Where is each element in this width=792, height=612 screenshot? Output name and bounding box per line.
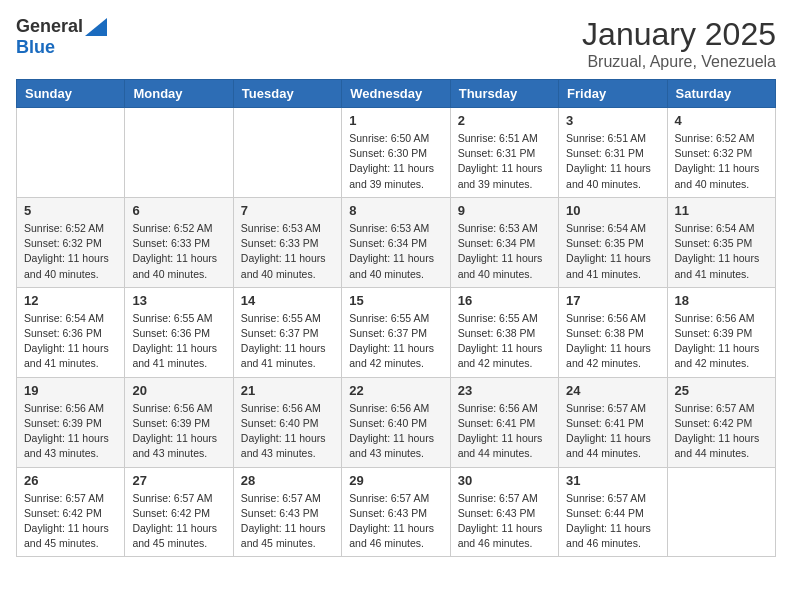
day-info: Sunrise: 6:56 AMSunset: 6:39 PMDaylight:… [24,401,117,462]
day-number: 30 [458,473,551,488]
day-number: 29 [349,473,442,488]
day-number: 27 [132,473,225,488]
day-info: Sunrise: 6:51 AMSunset: 6:31 PMDaylight:… [458,131,551,192]
day-info: Sunrise: 6:52 AMSunset: 6:32 PMDaylight:… [675,131,768,192]
day-number: 7 [241,203,334,218]
calendar-week-row: 26Sunrise: 6:57 AMSunset: 6:42 PMDayligh… [17,467,776,557]
calendar-cell [125,108,233,198]
calendar-cell: 29Sunrise: 6:57 AMSunset: 6:43 PMDayligh… [342,467,450,557]
calendar-cell: 11Sunrise: 6:54 AMSunset: 6:35 PMDayligh… [667,197,775,287]
day-number: 18 [675,293,768,308]
calendar-cell: 6Sunrise: 6:52 AMSunset: 6:33 PMDaylight… [125,197,233,287]
day-info: Sunrise: 6:52 AMSunset: 6:33 PMDaylight:… [132,221,225,282]
day-number: 25 [675,383,768,398]
day-info: Sunrise: 6:56 AMSunset: 6:39 PMDaylight:… [132,401,225,462]
day-info: Sunrise: 6:53 AMSunset: 6:33 PMDaylight:… [241,221,334,282]
logo-blue-text: Blue [16,37,55,57]
logo: General Blue [16,16,107,58]
day-info: Sunrise: 6:51 AMSunset: 6:31 PMDaylight:… [566,131,659,192]
calendar-cell: 2Sunrise: 6:51 AMSunset: 6:31 PMDaylight… [450,108,558,198]
calendar-week-row: 19Sunrise: 6:56 AMSunset: 6:39 PMDayligh… [17,377,776,467]
day-number: 14 [241,293,334,308]
day-number: 17 [566,293,659,308]
calendar-cell: 12Sunrise: 6:54 AMSunset: 6:36 PMDayligh… [17,287,125,377]
day-number: 21 [241,383,334,398]
day-info: Sunrise: 6:56 AMSunset: 6:39 PMDaylight:… [675,311,768,372]
day-info: Sunrise: 6:57 AMSunset: 6:43 PMDaylight:… [241,491,334,552]
day-info: Sunrise: 6:56 AMSunset: 6:38 PMDaylight:… [566,311,659,372]
logo-icon [85,18,107,36]
calendar-cell: 13Sunrise: 6:55 AMSunset: 6:36 PMDayligh… [125,287,233,377]
calendar-cell [233,108,341,198]
calendar-table: SundayMondayTuesdayWednesdayThursdayFrid… [16,79,776,557]
day-number: 31 [566,473,659,488]
day-number: 15 [349,293,442,308]
day-info: Sunrise: 6:53 AMSunset: 6:34 PMDaylight:… [349,221,442,282]
calendar-cell: 15Sunrise: 6:55 AMSunset: 6:37 PMDayligh… [342,287,450,377]
day-number: 13 [132,293,225,308]
calendar-cell: 10Sunrise: 6:54 AMSunset: 6:35 PMDayligh… [559,197,667,287]
calendar-header-row: SundayMondayTuesdayWednesdayThursdayFrid… [17,80,776,108]
calendar-cell: 16Sunrise: 6:55 AMSunset: 6:38 PMDayligh… [450,287,558,377]
day-info: Sunrise: 6:53 AMSunset: 6:34 PMDaylight:… [458,221,551,282]
logo-general-text: General [16,16,83,37]
page-header: General Blue January 2025 Bruzual, Apure… [16,16,776,71]
calendar-header-wednesday: Wednesday [342,80,450,108]
calendar-week-row: 5Sunrise: 6:52 AMSunset: 6:32 PMDaylight… [17,197,776,287]
calendar-cell: 14Sunrise: 6:55 AMSunset: 6:37 PMDayligh… [233,287,341,377]
calendar-cell: 24Sunrise: 6:57 AMSunset: 6:41 PMDayligh… [559,377,667,467]
day-info: Sunrise: 6:57 AMSunset: 6:42 PMDaylight:… [132,491,225,552]
day-info: Sunrise: 6:54 AMSunset: 6:35 PMDaylight:… [566,221,659,282]
calendar-cell: 19Sunrise: 6:56 AMSunset: 6:39 PMDayligh… [17,377,125,467]
calendar-cell [667,467,775,557]
day-number: 11 [675,203,768,218]
day-info: Sunrise: 6:54 AMSunset: 6:36 PMDaylight:… [24,311,117,372]
title-block: January 2025 Bruzual, Apure, Venezuela [582,16,776,71]
day-info: Sunrise: 6:56 AMSunset: 6:40 PMDaylight:… [241,401,334,462]
day-number: 3 [566,113,659,128]
location-title: Bruzual, Apure, Venezuela [582,53,776,71]
day-number: 10 [566,203,659,218]
day-info: Sunrise: 6:54 AMSunset: 6:35 PMDaylight:… [675,221,768,282]
calendar-cell: 18Sunrise: 6:56 AMSunset: 6:39 PMDayligh… [667,287,775,377]
calendar-cell: 8Sunrise: 6:53 AMSunset: 6:34 PMDaylight… [342,197,450,287]
calendar-cell: 30Sunrise: 6:57 AMSunset: 6:43 PMDayligh… [450,467,558,557]
calendar-cell: 21Sunrise: 6:56 AMSunset: 6:40 PMDayligh… [233,377,341,467]
day-info: Sunrise: 6:55 AMSunset: 6:38 PMDaylight:… [458,311,551,372]
calendar-week-row: 12Sunrise: 6:54 AMSunset: 6:36 PMDayligh… [17,287,776,377]
day-info: Sunrise: 6:57 AMSunset: 6:42 PMDaylight:… [24,491,117,552]
calendar-cell: 7Sunrise: 6:53 AMSunset: 6:33 PMDaylight… [233,197,341,287]
calendar-header-saturday: Saturday [667,80,775,108]
day-info: Sunrise: 6:55 AMSunset: 6:36 PMDaylight:… [132,311,225,372]
day-info: Sunrise: 6:56 AMSunset: 6:40 PMDaylight:… [349,401,442,462]
calendar-cell: 17Sunrise: 6:56 AMSunset: 6:38 PMDayligh… [559,287,667,377]
calendar-cell: 3Sunrise: 6:51 AMSunset: 6:31 PMDaylight… [559,108,667,198]
calendar-week-row: 1Sunrise: 6:50 AMSunset: 6:30 PMDaylight… [17,108,776,198]
day-info: Sunrise: 6:55 AMSunset: 6:37 PMDaylight:… [241,311,334,372]
day-number: 26 [24,473,117,488]
calendar-cell: 4Sunrise: 6:52 AMSunset: 6:32 PMDaylight… [667,108,775,198]
calendar-cell: 27Sunrise: 6:57 AMSunset: 6:42 PMDayligh… [125,467,233,557]
month-title: January 2025 [582,16,776,53]
day-number: 28 [241,473,334,488]
calendar-header-tuesday: Tuesday [233,80,341,108]
calendar-cell: 5Sunrise: 6:52 AMSunset: 6:32 PMDaylight… [17,197,125,287]
calendar-cell: 22Sunrise: 6:56 AMSunset: 6:40 PMDayligh… [342,377,450,467]
calendar-cell: 23Sunrise: 6:56 AMSunset: 6:41 PMDayligh… [450,377,558,467]
day-info: Sunrise: 6:57 AMSunset: 6:42 PMDaylight:… [675,401,768,462]
day-number: 9 [458,203,551,218]
day-info: Sunrise: 6:52 AMSunset: 6:32 PMDaylight:… [24,221,117,282]
day-number: 12 [24,293,117,308]
calendar-cell: 26Sunrise: 6:57 AMSunset: 6:42 PMDayligh… [17,467,125,557]
day-info: Sunrise: 6:50 AMSunset: 6:30 PMDaylight:… [349,131,442,192]
calendar-header-sunday: Sunday [17,80,125,108]
calendar-header-monday: Monday [125,80,233,108]
calendar-cell [17,108,125,198]
day-number: 20 [132,383,225,398]
day-number: 6 [132,203,225,218]
calendar-cell: 31Sunrise: 6:57 AMSunset: 6:44 PMDayligh… [559,467,667,557]
calendar-cell: 20Sunrise: 6:56 AMSunset: 6:39 PMDayligh… [125,377,233,467]
day-number: 22 [349,383,442,398]
day-number: 2 [458,113,551,128]
calendar-cell: 1Sunrise: 6:50 AMSunset: 6:30 PMDaylight… [342,108,450,198]
